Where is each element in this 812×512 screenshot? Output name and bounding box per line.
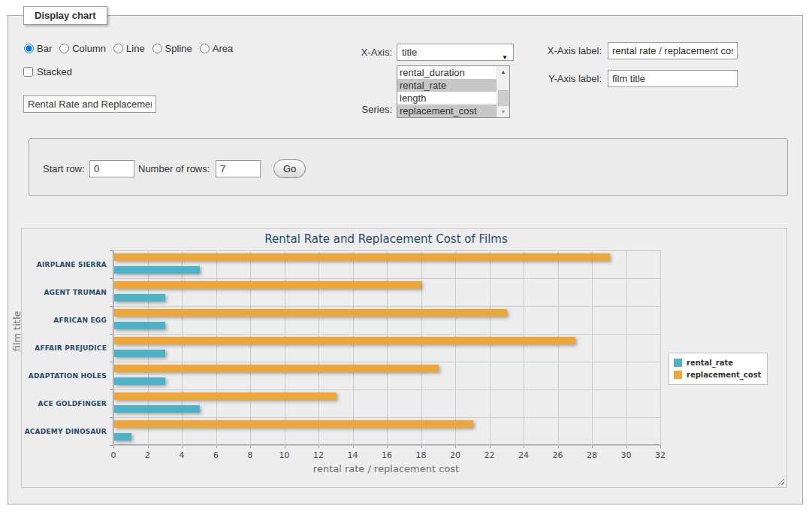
- legend-swatch: [674, 359, 682, 367]
- x-axis-selected-value: title: [402, 47, 417, 58]
- gridline-vertical: [421, 250, 422, 445]
- scroll-down-icon[interactable]: ▼: [497, 106, 509, 117]
- bar-rental_rate: [114, 322, 165, 329]
- gridline-horizontal: [113, 334, 660, 335]
- start-row-input[interactable]: [89, 160, 134, 177]
- bar-replacement_cost: [114, 420, 473, 428]
- gridline-horizontal: [113, 389, 660, 390]
- scroll-up-icon[interactable]: ▲: [497, 66, 509, 77]
- chart-type-radio-area[interactable]: [200, 44, 210, 53]
- y-axis-tick: [110, 334, 113, 335]
- plot-area: 02468101214161820222426283032AIRPLANE SI…: [113, 250, 660, 445]
- bar-replacement_cost: [114, 337, 575, 344]
- series-options: rental_durationrental_ratelengthreplacem…: [397, 66, 497, 117]
- gridline-vertical: [592, 250, 593, 445]
- chart-type-radio-label: Bar: [37, 43, 52, 54]
- chart-type-radio-spline[interactable]: [152, 44, 162, 53]
- legend-swatch: [674, 371, 682, 379]
- x-axis-tick-label: 2: [137, 450, 159, 460]
- gridline-horizontal: [113, 278, 660, 279]
- bar-replacement_cost: [114, 365, 439, 372]
- x-axis-label-input[interactable]: [608, 42, 738, 59]
- legend-label: rental_rate: [687, 359, 733, 367]
- chart-type-radio-column[interactable]: [59, 44, 69, 53]
- stacked-checkbox[interactable]: [23, 67, 33, 77]
- chart-type-radio-group: BarColumnLineSplineArea: [24, 43, 233, 54]
- gridline-horizontal: [113, 362, 660, 362]
- category-label: AFFAIR PREJUDICE: [23, 334, 107, 362]
- bar-replacement_cost: [114, 309, 507, 317]
- x-axis-select-label: X-Axis:: [331, 47, 392, 58]
- x-axis-tick-label: 30: [615, 450, 638, 460]
- y-axis-tick: [110, 417, 113, 418]
- series-option-rental_duration[interactable]: rental_duration: [397, 66, 497, 79]
- legend-item-replacement_cost[interactable]: replacement_cost: [674, 368, 761, 380]
- category-label: AGENT TRUMAN: [23, 278, 107, 306]
- bar-rental_rate: [114, 350, 165, 357]
- x-axis-tick-label: 4: [171, 450, 193, 460]
- category-label: ADAPTATION HOLES: [23, 362, 107, 389]
- y-axis-label-caption: Y-Axis label:: [519, 73, 602, 84]
- chart-type-option-area[interactable]: Area: [200, 43, 233, 54]
- y-axis-tick: [110, 445, 113, 446]
- gridline-vertical: [318, 250, 319, 445]
- num-rows-input[interactable]: [216, 160, 261, 177]
- category-label: ACE GOLDFINGER: [23, 389, 107, 417]
- gridline-vertical: [353, 250, 354, 445]
- gridline-horizontal: [113, 417, 660, 418]
- chevron-down-icon: ▼: [502, 50, 508, 65]
- x-axis-tick-label: 32: [649, 450, 672, 460]
- chart-type-option-line[interactable]: Line: [113, 43, 145, 54]
- series-scrollbar[interactable]: ▲ ▼: [497, 66, 509, 117]
- num-rows-label: Number of rows:: [138, 163, 210, 174]
- y-axis-tick: [110, 278, 113, 279]
- series-option-rental_rate[interactable]: rental_rate: [397, 79, 497, 92]
- series-option-replacement_cost[interactable]: replacement_cost: [397, 105, 497, 117]
- display-chart-panel: Display chart BarColumnLineSplineArea St…: [8, 15, 803, 504]
- y-axis-label-input[interactable]: [608, 70, 738, 87]
- x-axis-tick-label: 8: [239, 450, 261, 460]
- chart-title-input[interactable]: [23, 95, 156, 113]
- category-label: AIRPLANE SIERRA: [23, 250, 107, 278]
- chart-type-radio-line[interactable]: [113, 44, 123, 53]
- gridline-vertical: [455, 250, 456, 445]
- chart-type-radio-label: Line: [126, 43, 145, 54]
- gridline-vertical: [182, 250, 183, 445]
- legend-item-rental_rate[interactable]: rental_rate: [674, 356, 761, 368]
- gridline-vertical: [387, 250, 388, 445]
- gridline-vertical: [250, 250, 251, 445]
- x-axis-tick-label: 12: [307, 450, 330, 460]
- chart-legend: rental_ratereplacement_cost: [669, 353, 768, 385]
- series-option-length[interactable]: length: [397, 92, 497, 105]
- gridline-vertical: [216, 250, 217, 445]
- chart-title: Rental Rate and Replacement Cost of Film…: [113, 232, 660, 246]
- y-axis-tick: [110, 362, 113, 362]
- x-axis-tick-label: 0: [102, 450, 125, 460]
- chart-container: Rental Rate and Replacement Cost of Film…: [21, 228, 787, 488]
- gridline-horizontal: [113, 445, 660, 446]
- gridline-vertical: [626, 250, 627, 445]
- bar-replacement_cost: [114, 281, 421, 289]
- stacked-option[interactable]: Stacked: [23, 66, 72, 77]
- chart-type-radio-label: Spline: [165, 43, 192, 54]
- chart-type-radio-bar[interactable]: [24, 44, 34, 53]
- chart-type-radio-label: Area: [213, 43, 233, 54]
- chart-type-option-column[interactable]: Column: [59, 43, 106, 54]
- bar-rental_rate: [114, 266, 200, 274]
- x-axis-select[interactable]: title ▼: [397, 44, 514, 61]
- chart-type-option-spline[interactable]: Spline: [152, 43, 192, 54]
- scrollbar-thumb[interactable]: [498, 90, 509, 107]
- x-axis-tick: [660, 445, 661, 448]
- y-axis-tick: [110, 250, 113, 251]
- gridline-horizontal: [113, 306, 660, 307]
- y-axis-title: film title: [11, 256, 23, 407]
- y-axis-tick: [110, 389, 113, 390]
- chart-type-option-bar[interactable]: Bar: [24, 43, 52, 54]
- series-listbox[interactable]: rental_durationrental_ratelengthreplacem…: [397, 65, 510, 118]
- go-button[interactable]: Go: [273, 159, 306, 178]
- x-axis-tick-label: 6: [205, 450, 228, 460]
- y-axis-tick: [110, 306, 113, 307]
- gridline-vertical: [660, 250, 661, 445]
- resize-grip-icon[interactable]: [777, 477, 784, 485]
- chart-type-radio-label: Column: [72, 43, 106, 54]
